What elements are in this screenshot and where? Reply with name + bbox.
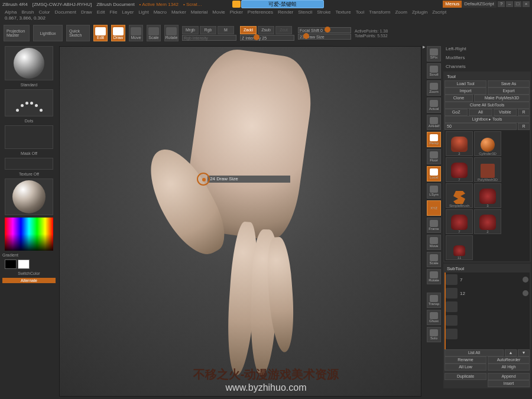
menu-item[interactable]: Zplugin [412,9,427,15]
stroke-slot[interactable] [5,89,53,116]
rename-button[interactable]: Rename [445,356,486,364]
menu-item[interactable]: Stroke [317,9,330,15]
lightbox-button[interactable]: LightBox [33,25,63,41]
scrollbar[interactable] [502,131,513,156]
make-polymesh-button[interactable]: Make PolyMesh3D [474,95,530,102]
tool-header[interactable]: Tool [445,73,530,80]
scroll-button[interactable]: Scroll [427,63,441,79]
actual-button[interactable]: Actual [427,98,441,113]
switch-color-button[interactable]: SwitchColor [2,271,56,275]
frame-button[interactable]: Frame [427,218,441,233]
default-zscript-button[interactable]: DefaultZScript [462,1,497,8]
nav-move-button[interactable]: Move [427,235,441,250]
menu-item[interactable]: Marker [171,9,186,15]
goz-button[interactable]: GoZ [445,109,468,116]
tool-thumb[interactable]: 7 [446,209,473,234]
color-swatch-secondary[interactable] [5,259,17,269]
insert-button[interactable]: Insert [488,380,530,387]
spix-button[interactable]: SPix [427,46,441,61]
save-as-button[interactable]: Save As [488,80,530,87]
menu-item[interactable]: Preferences [248,9,273,15]
solo-button[interactable]: Solo [427,327,441,342]
modifiers-header[interactable]: Modifiers [443,54,531,61]
subtool-item[interactable]: 12 [446,287,528,299]
tool-count[interactable]: 50 [445,123,517,130]
load-tool-button[interactable]: Load Tool [445,80,486,87]
tool-thumb[interactable]: 11 [446,235,473,260]
texture-slot[interactable] [5,158,53,170]
auto-reorder-button[interactable]: AutoReorder [488,356,530,364]
menu-item[interactable]: Document [55,9,76,15]
tool-thumb[interactable]: SimpleBrush [446,183,473,208]
brush-slot[interactable] [5,46,53,80]
menu-item[interactable]: Macro [154,9,167,15]
list-all-button[interactable]: List All [445,349,504,356]
subtool-item[interactable] [446,328,528,340]
menu-item[interactable]: Color [38,9,50,15]
lightbox-tools-button[interactable]: Lightbox ▸ Tools [445,116,530,123]
floor-button[interactable]: Floor [427,149,441,164]
rotate-button[interactable]: Rotate [164,25,179,41]
menu-item[interactable]: Alpha [5,9,17,15]
help-icon[interactable]: ? [498,1,505,7]
zadd-button[interactable]: Zadd [240,26,257,34]
rgb-intensity-slider[interactable]: Rgb Intensity [182,35,236,41]
persp-button[interactable]: Persp [427,132,441,147]
move-button[interactable]: Move [129,25,143,41]
goz-all-button[interactable]: All [469,109,492,116]
alternate-button[interactable]: Alternate [2,278,56,283]
zcut-button[interactable]: Zcut [275,26,292,34]
clone-button[interactable]: Clone [445,95,473,102]
ghost-button[interactable]: Ghost [427,310,441,325]
menu-item[interactable]: Tool [356,9,365,15]
channels-header[interactable]: Channels [443,63,531,70]
rgb-button[interactable]: Rgb [200,26,216,34]
menu-item[interactable]: Material [191,9,207,15]
transp-button[interactable]: Transp [427,293,441,308]
visibility-icon[interactable] [523,277,528,283]
import-button[interactable]: Import [445,87,486,95]
down-icon[interactable]: ▼ [518,349,530,356]
menu-item[interactable]: Stencil [298,9,312,15]
all-low-button[interactable]: All Low [445,364,486,371]
color-picker[interactable] [5,218,53,251]
visibility-icon[interactable] [523,290,528,296]
up-icon[interactable]: ▲ [505,349,517,356]
m-button[interactable]: M [218,26,234,34]
aahalf-button[interactable]: AAHalf [427,115,441,130]
material-slot[interactable] [5,179,53,215]
menu-item[interactable]: Transform [369,9,390,15]
subtool-item[interactable] [446,314,528,326]
xyz-button[interactable]: XYZ [427,200,441,216]
gradient-label[interactable]: Gradient [2,253,56,257]
draw-size-slider[interactable]: 23 Draw Size [298,34,351,40]
z-intensity-slider[interactable]: Z Intensity 25 [240,35,294,41]
r-button[interactable]: R [518,123,530,130]
menu-item[interactable]: Draw [81,9,92,15]
maximize-icon[interactable]: □ [514,1,521,7]
alpha-slot[interactable] [5,125,53,149]
projection-master-button[interactable]: Projection Master [4,25,30,41]
tool-thumb[interactable]: 3 [474,183,501,208]
menu-item[interactable]: Movie [212,9,225,15]
quick-sketch-button[interactable]: Quick Sketch [66,25,90,41]
nav-scale-button[interactable]: Scale [427,252,441,267]
color-swatch-primary[interactable] [18,259,30,269]
export-button[interactable]: Export [488,87,530,95]
close-icon[interactable]: × [523,1,530,7]
tool-thumb[interactable]: PolyMesh3D [474,157,501,182]
mrgb-button[interactable]: Mrgb [182,26,199,34]
tool-thumb[interactable]: 7 [446,157,473,182]
menu-item[interactable]: Edit [97,9,105,15]
menu-item[interactable]: Zoom [395,9,407,15]
zoom-button[interactable]: Zoom [427,80,441,96]
duplicate-button[interactable]: Duplicate [445,373,486,380]
goz-visible-button[interactable]: Visible [494,109,517,116]
subtool-header[interactable]: SubTool [445,265,530,273]
menu-item[interactable]: File [109,9,117,15]
nav-rotate-button[interactable]: Rotate [427,269,441,284]
tool-thumb[interactable]: Cylinder3D [474,131,501,156]
edit-button[interactable]: Edit [93,25,108,41]
menu-item[interactable]: Zscript [432,9,446,15]
menu-item[interactable]: Light [138,9,148,15]
